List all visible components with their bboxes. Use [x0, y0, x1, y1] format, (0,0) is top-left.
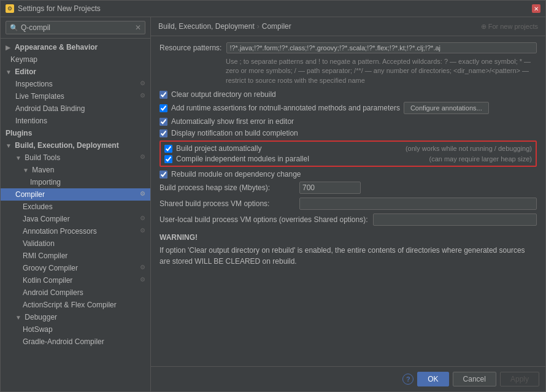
sidebar-item-java-compiler[interactable]: Java Compiler ⚙ [1, 213, 150, 225]
close-button[interactable]: ✕ [532, 4, 540, 13]
warning-text: If option 'Clear output directory on reb… [160, 245, 537, 267]
resource-patterns-row: Resource patterns: [160, 42, 537, 53]
sidebar-item-live-templates[interactable]: Live Templates ⚙ [1, 90, 150, 102]
sidebar-item-hotswap[interactable]: HotSwap [1, 323, 150, 336]
apply-button[interactable]: Apply [500, 372, 539, 386]
search-icon: 🔍 [10, 24, 18, 32]
heap-size-input[interactable] [299, 182, 361, 194]
expand-icon: ▼ [6, 69, 12, 75]
display-notification-checkbox[interactable] [160, 129, 167, 137]
sidebar-item-inspections[interactable]: Inspections ⚙ [1, 78, 150, 90]
sidebar-item-android-data-binding[interactable]: Android Data Binding [1, 102, 150, 115]
bottom-bar: ? OK Cancel Apply [151, 366, 545, 391]
parallel-modules-note: (can may require larger heap size) [429, 155, 532, 163]
sidebar-item-annotation-processors[interactable]: Annotation Processors ⚙ [1, 225, 150, 237]
parallel-modules-checkbox[interactable] [164, 155, 172, 163]
sidebar-tree: ▶ Appearance & Behavior Keymap ▼ Editor … [1, 39, 150, 391]
gear-icon: ⚙ [140, 190, 145, 197]
user-local-vm-label: User-local build process VM options (ove… [160, 215, 368, 224]
help-button[interactable]: ? [402, 374, 413, 385]
panel-content: Resource patterns: Use ; to separate pat… [151, 36, 545, 366]
sidebar-item-plugins[interactable]: Plugins [1, 127, 150, 139]
sidebar-item-build-tools[interactable]: ▼ Build Tools ⚙ [1, 152, 150, 164]
clear-output-checkbox[interactable] [160, 91, 167, 99]
sidebar-item-keymap[interactable]: Keymap [1, 53, 150, 66]
for-new-projects-label: ⊕ For new projects [481, 23, 538, 31]
breadcrumb: Build, Execution, Deployment › Compiler [158, 22, 291, 31]
resource-patterns-label: Resource patterns: [160, 42, 221, 52]
cancel-button[interactable]: Cancel [453, 372, 496, 386]
sidebar-item-maven[interactable]: ▼ Maven [1, 164, 150, 176]
expand-icon: ▼ [15, 314, 21, 321]
title-bar: ⚙ Settings for New Projects ✕ [1, 1, 545, 17]
sidebar-item-kotlin-compiler[interactable]: Kotlin Compiler ⚙ [1, 274, 150, 286]
sidebar-item-compiler[interactable]: Compiler ⚙ [1, 188, 150, 201]
build-automatically-row: Build project automatically (only works … [164, 144, 532, 153]
sidebar-item-validation[interactable]: Validation [1, 237, 150, 250]
search-input-wrap: 🔍 ✕ [6, 21, 145, 34]
shared-vm-label: Shared build process VM options: [160, 199, 294, 208]
sidebar-item-actionscript-flex-compiler[interactable]: ActionScript & Flex Compiler [1, 299, 150, 311]
resource-patterns-input[interactable] [226, 42, 537, 53]
display-notification-row: Display notification on build completion [160, 129, 537, 137]
sidebar-item-intentions[interactable]: Intentions [1, 115, 150, 127]
rebuild-dependency-checkbox[interactable] [160, 171, 167, 179]
gear-icon: ⚙ [140, 80, 145, 86]
window-title: Settings for New Projects [18, 4, 101, 13]
expand-icon: ▼ [6, 142, 12, 149]
resource-patterns-hint: Use ; to separate patterns and ! to nega… [226, 57, 537, 85]
build-automatically-label: Build project automatically [176, 144, 398, 153]
rebuild-dependency-label: Rebuild module on dependency change [171, 170, 301, 179]
settings-icon: ⚙ [6, 4, 14, 13]
search-clear-icon[interactable]: ✕ [135, 23, 141, 32]
parallel-modules-row: Compile independent modules in parallel … [164, 155, 532, 163]
sidebar: 🔍 ✕ ▶ Appearance & Behavior Keymap ▼ Edi… [1, 17, 151, 391]
configure-annotations-button[interactable]: Configure annotations... [404, 102, 489, 114]
main-panel: Build, Execution, Deployment › Compiler … [151, 17, 545, 391]
rebuild-on-dependency-row: Rebuild module on dependency change [160, 170, 537, 179]
show-first-error-checkbox[interactable] [160, 118, 167, 126]
sidebar-item-android-compilers[interactable]: Android Compilers [1, 286, 150, 299]
gear-icon: ⚙ [140, 276, 145, 283]
settings-window: ⚙ Settings for New Projects ✕ 🔍 ✕ ▶ Appe… [0, 0, 546, 392]
assertions-label: Add runtime assertions for notnull-annot… [171, 104, 400, 112]
show-first-error-row: Automatically show first error in editor [160, 117, 537, 126]
shared-vm-input[interactable] [299, 198, 537, 210]
user-local-vm-input[interactable] [373, 213, 537, 226]
assertions-checkbox[interactable] [160, 104, 167, 112]
title-bar-left: ⚙ Settings for New Projects [6, 4, 101, 13]
sidebar-item-appearance[interactable]: ▶ Appearance & Behavior [1, 41, 150, 53]
search-input[interactable] [21, 23, 135, 32]
sidebar-item-gradle-android-compiler[interactable]: Gradle-Android Compiler [1, 336, 150, 348]
gear-icon: ⚙ [140, 264, 145, 271]
sidebar-item-importing[interactable]: Importing [1, 176, 150, 188]
panel-header: Build, Execution, Deployment › Compiler … [151, 17, 545, 36]
expand-icon: ▶ [6, 44, 12, 51]
expand-icon: ▼ [23, 167, 29, 174]
show-first-error-label: Automatically show first error in editor [171, 117, 294, 126]
ok-button[interactable]: OK [417, 372, 448, 386]
warning-box: WARNING! If option 'Clear output directo… [160, 232, 537, 267]
heap-size-label: Build process heap size (Mbytes): [160, 183, 294, 192]
warning-title: WARNING! [160, 232, 537, 243]
sidebar-item-rmi-compiler[interactable]: RMI Compiler [1, 250, 150, 262]
sidebar-item-excludes[interactable]: Excludes [1, 201, 150, 213]
gear-icon: ⚙ [140, 153, 145, 160]
sidebar-item-editor[interactable]: ▼ Editor [1, 66, 150, 78]
sidebar-item-debugger[interactable]: ▼ Debugger [1, 311, 150, 323]
heap-size-row: Build process heap size (Mbytes): [160, 182, 537, 194]
shared-vm-row: Shared build process VM options: [160, 198, 537, 210]
highlighted-options-box: Build project automatically (only works … [160, 140, 537, 167]
sidebar-item-build-execution[interactable]: ▼ Build, Execution, Deployment [1, 139, 150, 152]
breadcrumb-build: Build, Execution, Deployment [158, 22, 255, 31]
expand-icon: ▼ [15, 155, 21, 161]
user-local-vm-row: User-local build process VM options (ove… [160, 213, 537, 226]
breadcrumb-separator: › [257, 22, 260, 31]
sidebar-item-groovy-compiler[interactable]: Groovy Compiler ⚙ [1, 262, 150, 274]
build-automatically-checkbox[interactable] [164, 145, 172, 153]
gear-icon: ⚙ [140, 215, 145, 221]
search-box: 🔍 ✕ [1, 17, 150, 39]
breadcrumb-compiler: Compiler [262, 22, 291, 31]
clear-output-label: Clear output directory on rebuild [171, 90, 276, 99]
parallel-modules-label: Compile independent modules in parallel [176, 155, 421, 163]
